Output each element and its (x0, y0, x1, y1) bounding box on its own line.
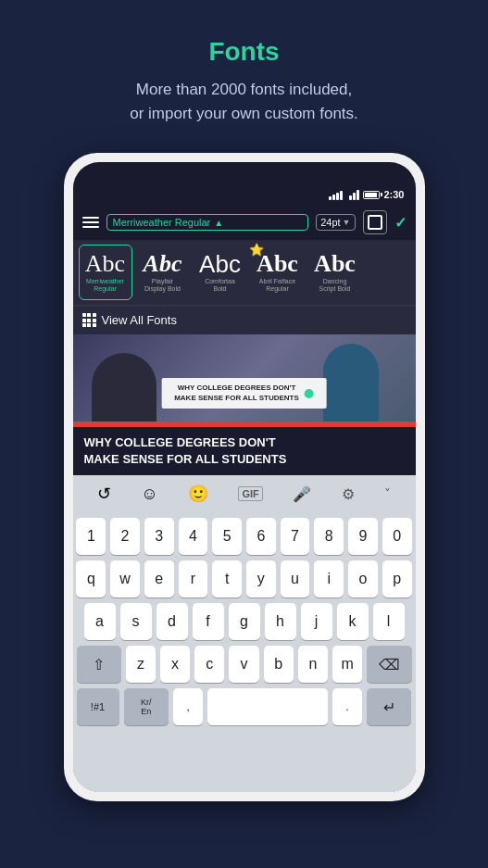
expand-btn[interactable]: ˅ (384, 486, 391, 501)
font-sample-merriweather: Abc (85, 252, 125, 276)
emoji-rotate-btn[interactable]: ↺ (97, 484, 111, 504)
font-label-merriweather: MerriweatherRegular (86, 278, 124, 294)
signal-bars (329, 189, 343, 200)
keyboard-row-bottom: !#1 Kr/En , . ↵ (77, 688, 412, 725)
key-7[interactable]: 7 (281, 518, 310, 555)
confirm-button[interactable]: ✓ (394, 214, 407, 232)
key-t[interactable]: t (212, 560, 242, 598)
signal-bar-4 (340, 191, 343, 200)
key-enter[interactable]: ↵ (367, 688, 412, 725)
key-language[interactable]: Kr/En (124, 688, 169, 725)
text-box-button[interactable] (363, 210, 387, 234)
battery-icon (363, 191, 380, 199)
settings-btn[interactable]: ⚙ (342, 485, 355, 503)
emoji-smiley-btn[interactable]: ☺ (141, 484, 157, 504)
key-x[interactable]: x (160, 646, 190, 683)
key-3[interactable]: 3 (144, 518, 174, 555)
key-delete[interactable]: ⌫ (367, 646, 411, 683)
key-o[interactable]: o (348, 560, 378, 598)
overlay-text: WHY COLLEGE DEGREES DON'TMAKE SENSE FOR … (174, 384, 299, 403)
key-u[interactable]: u (281, 560, 310, 598)
font-size-selector[interactable]: 24pt ▼ (316, 214, 355, 231)
key-h[interactable]: h (265, 603, 296, 640)
text-overlay-box: WHY COLLEGE DEGREES DON'TMAKE SENSE FOR … (161, 378, 327, 409)
font-label-dancing: DancingScript Bold (319, 278, 351, 294)
green-dot (305, 389, 314, 398)
status-bar: 2:30 (73, 184, 416, 205)
key-1[interactable]: 1 (76, 518, 106, 555)
font-selector-arrow: ▲ (214, 218, 223, 228)
screen: 2:30 Merriweather Regular ▲ 24p (73, 184, 416, 792)
keyboard-emoji-bar: ↺ ☺ 🙂 GIF 🎤 ⚙ ˅ (73, 475, 416, 512)
key-l[interactable]: l (373, 603, 405, 640)
key-k[interactable]: k (337, 603, 369, 640)
key-4[interactable]: 4 (179, 518, 208, 555)
key-d[interactable]: d (156, 603, 188, 640)
view-all-text: View All Fonts (102, 313, 177, 327)
status-time: 2:30 (383, 189, 404, 200)
keyboard-row-numbers: 1 2 3 4 5 6 7 8 9 0 (77, 518, 412, 555)
key-p[interactable]: p (382, 560, 412, 598)
key-z[interactable]: z (126, 646, 156, 683)
headline-text: WHY COLLEGE DEGREES DON'TMAKE SENSE FOR … (84, 434, 405, 468)
key-9[interactable]: 9 (348, 518, 378, 555)
key-2[interactable]: 2 (110, 518, 140, 555)
key-m[interactable]: m (332, 646, 362, 683)
view-all-bar[interactable]: View All Fonts (73, 305, 416, 334)
emoji-sticker-btn[interactable]: 🙂 (188, 484, 208, 504)
key-period[interactable]: . (332, 688, 362, 725)
font-item-dancing[interactable]: Abc DancingScript Bold (308, 245, 362, 300)
font-item-abril[interactable]: ⭐ Abc Abril FatfaceRegular (251, 245, 305, 300)
key-b[interactable]: b (264, 646, 294, 683)
phone-mockup: 2:30 Merriweather Regular ▲ 24p (64, 153, 425, 801)
mic-btn[interactable]: 🎤 (293, 485, 311, 503)
key-j[interactable]: j (301, 603, 332, 640)
headline-area: WHY COLLEGE DEGREES DON'TMAKE SENSE FOR … (73, 427, 416, 475)
red-accent-bar (73, 421, 416, 427)
key-w[interactable]: w (110, 560, 140, 598)
key-shift[interactable]: ⇧ (77, 646, 121, 683)
keyboard: 1 2 3 4 5 6 7 8 9 0 q w (73, 512, 416, 792)
key-n[interactable]: n (298, 646, 328, 683)
key-symbols[interactable]: !#1 (77, 688, 119, 725)
header: Fonts More than 2000 fonts included,or i… (111, 0, 377, 144)
signal-bar-1 (329, 196, 332, 200)
key-v[interactable]: v (229, 646, 258, 683)
keyboard-row-z: ⇧ z x c v b n m ⌫ (77, 646, 412, 683)
font-item-playfair[interactable]: Abc PlayfairDisplay Bold (136, 245, 190, 300)
key-5[interactable]: 5 (212, 518, 242, 555)
key-comma[interactable]: , (173, 688, 203, 725)
gif-btn[interactable]: GIF (238, 486, 262, 501)
key-0[interactable]: 0 (382, 518, 412, 555)
font-item-comfortaa[interactable]: Abc ComfortaaBold (194, 245, 247, 300)
key-6[interactable]: 6 (246, 518, 276, 555)
key-f[interactable]: f (193, 603, 224, 640)
phone-inner: 2:30 Merriweather Regular ▲ 24p (73, 162, 416, 792)
signal-bar-3 (336, 193, 339, 200)
font-size-text: 24pt (320, 217, 340, 228)
key-g[interactable]: g (229, 603, 260, 640)
font-label-comfortaa: ComfortaaBold (205, 278, 235, 294)
keyboard-row-a: a s d f g h j k l (77, 603, 412, 640)
key-e[interactable]: e (144, 560, 174, 598)
key-8[interactable]: 8 (314, 518, 344, 555)
person-silhouette-right (323, 344, 379, 427)
menu-icon[interactable] (82, 217, 99, 228)
signal-bar-2 (332, 195, 335, 200)
page-subtitle: More than 2000 fonts included,or import … (130, 78, 358, 125)
key-a[interactable]: a (84, 603, 116, 640)
key-c[interactable]: c (194, 646, 224, 683)
key-s[interactable]: s (120, 603, 152, 640)
wifi-bars (349, 189, 359, 200)
font-label-playfair: PlayfairDisplay Bold (144, 278, 181, 294)
toolbar: Merriweather Regular ▲ 24pt ▼ ✓ (73, 205, 416, 240)
key-i[interactable]: i (314, 560, 344, 598)
font-selector[interactable]: Merriweather Regular ▲ (106, 214, 309, 231)
key-y[interactable]: y (246, 560, 276, 598)
key-r[interactable]: r (179, 560, 208, 598)
font-sample-dancing: Abc (314, 252, 356, 276)
key-space[interactable] (207, 688, 327, 725)
font-item-merriweather[interactable]: Abc MerriweatherRegular (79, 245, 132, 300)
key-q[interactable]: q (76, 560, 106, 598)
image-area: WHY COLLEGE DEGREES DON'TMAKE SENSE FOR … (73, 334, 416, 427)
